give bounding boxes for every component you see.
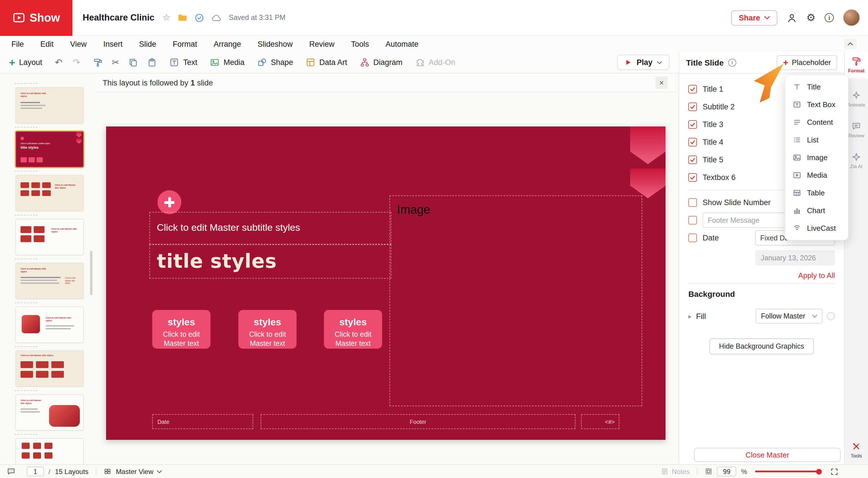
menu-item-livecast[interactable]: LiveCast bbox=[785, 219, 848, 237]
menu-review[interactable]: Review bbox=[309, 40, 335, 48]
user-avatar[interactable] bbox=[843, 9, 860, 26]
menu-item-list[interactable]: List bbox=[785, 131, 848, 149]
layout-thumbnail-9[interactable]: Click to edit Master title styles bbox=[16, 439, 83, 464]
image-placeholder[interactable]: Image bbox=[390, 196, 642, 406]
layout-thumbnail-4[interactable]: Click to edit Master title styles bbox=[16, 219, 83, 255]
text-box-placeholder[interactable]: styles Click to edit Master text bbox=[152, 310, 211, 349]
placeholder-label: Subtitle 2 bbox=[703, 103, 735, 111]
layout-info-icon[interactable]: i bbox=[728, 58, 736, 66]
menu-insert[interactable]: Insert bbox=[103, 40, 123, 48]
fill-select[interactable]: Follow Master bbox=[756, 309, 823, 323]
play-button[interactable]: Play bbox=[617, 55, 670, 70]
rail-tools-tab[interactable]: Tools bbox=[845, 437, 868, 463]
addon-label: Add-On bbox=[429, 58, 455, 67]
divider bbox=[697, 468, 698, 475]
paste-button[interactable] bbox=[148, 58, 157, 67]
zoom-input[interactable]: 99 bbox=[717, 467, 737, 476]
layout-notification-bar: This layout is followed by 1 slide × bbox=[96, 73, 675, 92]
close-master-button[interactable]: Close Master bbox=[694, 448, 841, 462]
menu-item-title[interactable]: Title bbox=[785, 78, 848, 96]
menu-view[interactable]: View bbox=[70, 40, 87, 48]
menu-slide[interactable]: Slide bbox=[139, 40, 156, 48]
version-check-icon[interactable] bbox=[194, 13, 204, 23]
title-placeholder[interactable]: title styles bbox=[149, 244, 391, 279]
format-painter-button[interactable] bbox=[93, 58, 103, 67]
menu-slideshow[interactable]: Slideshow bbox=[257, 40, 292, 48]
subtitle-placeholder[interactable]: Click to edit Master subtitle styles bbox=[149, 212, 391, 244]
menu-item-content[interactable]: Content bbox=[785, 113, 848, 131]
menu-automate[interactable]: Automate bbox=[385, 40, 418, 48]
apply-to-all-link[interactable]: Apply to All bbox=[688, 271, 835, 280]
menu-format[interactable]: Format bbox=[173, 40, 197, 48]
hide-background-graphics-button[interactable]: Hide Background Graphics bbox=[709, 338, 814, 354]
star-favorite-icon[interactable]: ☆ bbox=[162, 13, 171, 22]
layout-thumbnail-8[interactable]: Click to edit Master title styles bbox=[16, 395, 83, 430]
menu-item-text-box[interactable]: Text Box bbox=[785, 96, 848, 113]
menu-edit[interactable]: Edit bbox=[40, 40, 54, 48]
redo-button[interactable]: ↷ bbox=[73, 58, 81, 67]
slide-canvas[interactable]: Click to edit Master subtitle styles tit… bbox=[106, 127, 665, 440]
menu-item-table[interactable]: Table bbox=[785, 184, 848, 202]
thumbnail-preview-graphic: Click to edit Master title styles bbox=[16, 395, 83, 430]
cut-button[interactable]: ✂ bbox=[112, 58, 120, 67]
zoom-slider[interactable] bbox=[755, 471, 823, 472]
clinic-logo-circle[interactable] bbox=[157, 190, 181, 214]
help-info-icon[interactable]: i bbox=[825, 13, 834, 22]
view-mode-select[interactable]: Master View bbox=[116, 468, 162, 475]
notification-text: slide bbox=[197, 78, 213, 87]
document-title[interactable]: Healthcare Clinic bbox=[83, 12, 155, 23]
feedback-chat-icon[interactable] bbox=[7, 467, 16, 476]
top-header: Show Healthcare Clinic ☆ Saved at 3:31 P… bbox=[0, 0, 868, 36]
menu-tools[interactable]: Tools bbox=[351, 40, 369, 48]
layout-thumbnail-6[interactable]: Click to edit Master title styles bbox=[16, 307, 83, 342]
zoom-slider-knob[interactable] bbox=[816, 469, 822, 474]
date-placeholder-label: Date bbox=[157, 418, 169, 425]
menu-arrange[interactable]: Arrange bbox=[214, 40, 241, 48]
copy-button[interactable] bbox=[129, 58, 138, 67]
slide-number-placeholder[interactable]: <#> bbox=[581, 414, 619, 429]
share-button[interactable]: Share bbox=[732, 10, 777, 25]
layout-thumbnail-5[interactable]: Click to edit Master title styles Click … bbox=[16, 263, 83, 299]
fullscreen-icon[interactable] bbox=[830, 468, 838, 475]
collapse-toolbar-button[interactable] bbox=[844, 39, 857, 49]
insert-shape-button[interactable]: Shape bbox=[257, 58, 293, 67]
insert-data-art-button[interactable]: Data Art bbox=[306, 58, 347, 67]
notes-toggle[interactable]: Notes bbox=[661, 468, 690, 475]
fill-color-swatch[interactable] bbox=[827, 312, 835, 320]
layout-thumbnail-1[interactable]: Click to edit Master title styles bbox=[16, 88, 83, 123]
folder-icon[interactable] bbox=[177, 12, 188, 23]
layout-button[interactable]: + Layout bbox=[9, 57, 42, 68]
insert-text-button[interactable]: Text bbox=[170, 58, 197, 67]
thumbnails-scrollbar[interactable] bbox=[90, 251, 92, 295]
show-logo[interactable]: Show bbox=[0, 0, 72, 36]
undo-button[interactable]: ↶ bbox=[55, 58, 62, 67]
thumbnail-divider bbox=[15, 83, 38, 84]
notification-close-button[interactable]: × bbox=[655, 76, 668, 89]
layout-thumbnail-3[interactable]: Click to edit Master title styles bbox=[16, 175, 83, 211]
insert-media-button[interactable]: Media bbox=[210, 58, 245, 67]
add-placeholder-button[interactable]: + Placeholder bbox=[777, 55, 837, 70]
rail-format-tab[interactable]: Format bbox=[845, 52, 868, 78]
layout-thumbnail-7[interactable]: Click to edit Master title styles bbox=[16, 351, 83, 386]
text-box-placeholder[interactable]: styles Click to edit Master text bbox=[238, 310, 297, 349]
footer-placeholder[interactable]: Footer bbox=[260, 414, 576, 429]
data-art-icon bbox=[306, 58, 315, 67]
settings-gear-icon[interactable]: ⚙ bbox=[806, 12, 815, 23]
menu-item-chart[interactable]: Chart bbox=[785, 202, 848, 219]
date-value-field[interactable]: January 13, 2026 bbox=[755, 250, 835, 266]
menu-item-media[interactable]: Media bbox=[785, 166, 848, 184]
current-slide-input[interactable]: 1 bbox=[27, 467, 44, 476]
insert-diagram-button[interactable]: Diagram bbox=[360, 58, 402, 67]
date-placeholder[interactable]: Date bbox=[152, 414, 253, 429]
insert-addon-button[interactable]: Add-On bbox=[415, 58, 455, 67]
thumbnail-divider bbox=[15, 171, 38, 171]
menu-item-image[interactable]: Image bbox=[785, 149, 848, 166]
play-triangle-icon bbox=[624, 59, 632, 66]
text-box-placeholder[interactable]: styles Click to edit Master text bbox=[324, 310, 382, 349]
disclosure-caret-icon[interactable]: ▸ bbox=[688, 312, 691, 320]
menu-file[interactable]: File bbox=[11, 40, 24, 48]
layout-thumbnail-2-selected[interactable]: Click to edit Master subtitle styles tit… bbox=[16, 132, 83, 167]
thumbnail-panel-toggle-icon[interactable] bbox=[705, 468, 713, 475]
user-account-icon[interactable] bbox=[786, 12, 797, 23]
media-icon bbox=[793, 171, 801, 179]
